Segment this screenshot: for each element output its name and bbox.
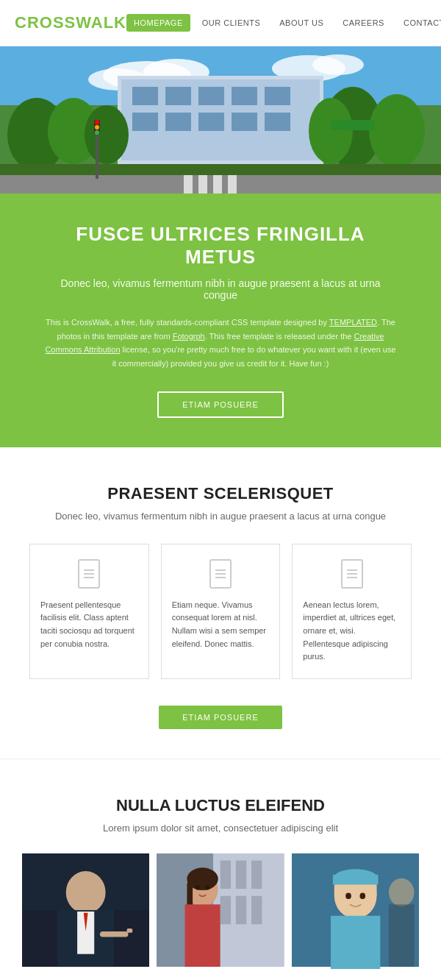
svg-rect-44	[127, 928, 133, 933]
feature-card-1: Praesent pellentesque facilisis elit. Cl…	[29, 544, 149, 679]
feature-text-1: Praesent pellentesque facilisis elit. Cl…	[40, 599, 138, 650]
svg-point-57	[196, 885, 200, 890]
svg-point-68	[389, 878, 415, 906]
team-title: NULLA LUCTUS ELEIFEND	[22, 796, 419, 815]
fotogrph-link[interactable]: Fotogrph	[173, 332, 205, 341]
icon-line-3	[84, 577, 94, 578]
green-title: FUSCE ULTRICES FRINGILLA METUS	[44, 223, 397, 269]
svg-rect-69	[389, 904, 415, 967]
green-section: FUSCE ULTRICES FRINGILLA METUS Donec leo…	[0, 193, 441, 447]
features-section: PRAESENT SCELERISQUET Donec leo, vivamus…	[0, 447, 441, 759]
green-subtitle: Donec leo, vivamus fermentum nibh in aug…	[44, 277, 397, 301]
svg-rect-56	[185, 904, 220, 967]
icon-line-3	[347, 577, 357, 578]
nav-contact-us[interactable]: CONTACT US	[396, 14, 441, 32]
svg-rect-28	[198, 175, 207, 193]
nav: HOMEPAGE OUR CLIENTS ABOUT US CAREERS CO…	[126, 14, 441, 32]
svg-rect-16	[198, 113, 224, 131]
svg-point-66	[345, 892, 351, 899]
svg-rect-18	[265, 113, 290, 131]
svg-rect-43	[100, 931, 129, 937]
nav-our-clients[interactable]: OUR CLIENTS	[195, 14, 268, 32]
svg-rect-17	[232, 113, 257, 131]
svg-rect-65	[331, 915, 380, 968]
features-title: PRAESENT SCELERISQUET	[29, 484, 412, 503]
svg-point-58	[206, 885, 210, 890]
green-body: This is CrossWalk, a free, fully standar…	[44, 316, 397, 371]
feature-card-3: Aenean lectus lorem, imperdiet at, ultri…	[292, 544, 412, 679]
feature-icon-1	[78, 559, 100, 589]
team-photo-2	[157, 851, 284, 969]
team-photos	[22, 851, 419, 969]
svg-rect-10	[165, 87, 191, 105]
feature-text-3: Aenean lectus lorem, imperdiet at, ultri…	[303, 599, 401, 664]
team-section: NULLA LUCTUS ELEIFEND Lorem ipsum dolor …	[0, 759, 441, 980]
icon-line-1	[84, 569, 94, 571]
svg-point-35	[95, 130, 99, 135]
svg-rect-11	[198, 87, 224, 105]
svg-rect-9	[132, 87, 158, 105]
feature-text-2: Etiam neque. Vivamus consequat lorem at …	[172, 599, 270, 650]
svg-rect-13	[265, 87, 290, 105]
svg-point-22	[369, 94, 425, 168]
svg-rect-49	[251, 860, 262, 889]
icon-line-1	[347, 569, 357, 571]
svg-rect-36	[331, 120, 375, 130]
team-photo-3	[292, 851, 419, 969]
svg-rect-29	[213, 175, 222, 193]
svg-rect-15	[165, 113, 191, 131]
svg-rect-52	[251, 895, 262, 924]
svg-point-39	[66, 871, 106, 914]
feature-icon-2	[209, 559, 232, 589]
feature-card-2: Etiam neque. Vivamus consequat lorem at …	[161, 544, 281, 679]
svg-point-34	[95, 125, 99, 129]
team-photo-1	[22, 851, 149, 969]
icon-line-2	[215, 573, 226, 575]
hero-image	[0, 46, 441, 193]
header: CROSSWALK HOMEPAGE OUR CLIENTS ABOUT US …	[0, 0, 441, 46]
svg-rect-12	[232, 87, 257, 105]
svg-rect-27	[184, 175, 193, 193]
icon-line-2	[84, 573, 94, 575]
svg-rect-48	[236, 860, 246, 889]
logo: CROSSWALK	[15, 13, 126, 32]
svg-point-6	[312, 54, 364, 75]
nav-homepage[interactable]: HOMEPAGE	[126, 14, 190, 32]
features-grid: Praesent pellentesque facilisis elit. Cl…	[29, 544, 412, 679]
nav-about-us[interactable]: ABOUT US	[272, 14, 331, 32]
svg-rect-63	[333, 875, 379, 884]
icon-line-1	[215, 569, 226, 571]
nav-careers[interactable]: CAREERS	[335, 14, 392, 32]
features-subtitle: Donec leo, vivamus fermentum nibh in aug…	[29, 511, 412, 522]
icon-line-3	[215, 577, 226, 578]
features-button[interactable]: ETIAM POSUERE	[159, 706, 282, 729]
svg-point-33	[95, 120, 99, 124]
cc-link[interactable]: Creative Commons Attribution	[45, 332, 384, 355]
svg-rect-14	[132, 113, 158, 131]
team-subtitle: Lorem ipsum dolor sit amet, consectetuer…	[22, 823, 419, 834]
icon-line-2	[347, 573, 357, 575]
templated-link[interactable]: TEMPLATED	[329, 318, 377, 327]
svg-rect-50	[220, 895, 231, 924]
feature-icon-3	[341, 559, 363, 589]
svg-rect-30	[228, 175, 237, 193]
svg-point-24	[309, 98, 353, 164]
svg-point-23	[85, 105, 129, 164]
svg-rect-64	[334, 884, 376, 895]
svg-point-67	[359, 892, 365, 899]
svg-rect-47	[220, 860, 231, 889]
green-button[interactable]: ETIAM POSUERE	[157, 391, 283, 418]
svg-rect-51	[236, 895, 246, 924]
